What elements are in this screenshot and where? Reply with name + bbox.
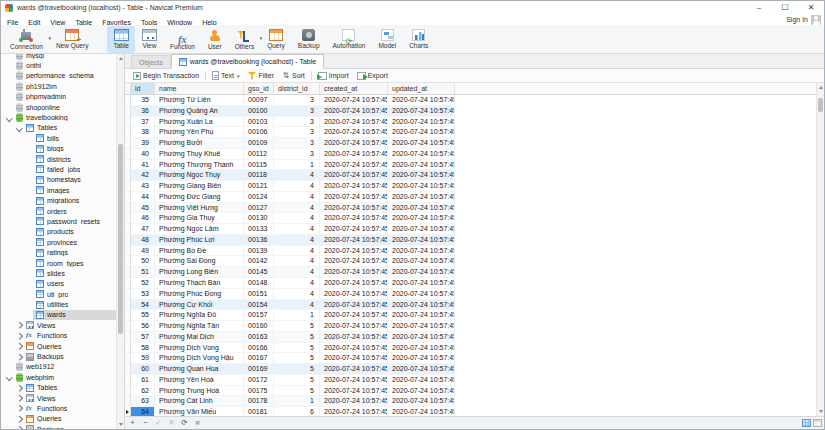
refresh-button[interactable]: ⟳ bbox=[181, 417, 188, 429]
cell-gso_id[interactable]: 00139 bbox=[244, 246, 274, 257]
cell-created_at[interactable]: 2020-07-24 10:57:45 bbox=[320, 235, 388, 246]
cell-updated_at[interactable]: 2020-07-24 10:57:45 bbox=[388, 170, 455, 181]
cell-created_at[interactable]: 2020-07-24 10:57:45 bbox=[320, 95, 388, 106]
cell-name[interactable]: Phường Đức Giang bbox=[155, 192, 244, 203]
cell-updated_at[interactable]: 2020-07-24 10:57:45 bbox=[388, 289, 455, 300]
import-button[interactable]: Import bbox=[314, 69, 353, 82]
begin-transaction-button[interactable]: Begin Transaction bbox=[129, 69, 203, 82]
chevron-right-icon[interactable] bbox=[15, 384, 23, 392]
sort-button[interactable]: Sort bbox=[278, 69, 309, 82]
column-header-gso_id[interactable]: gso_id bbox=[244, 83, 274, 95]
sidebar-scroll-thumb[interactable] bbox=[118, 144, 123, 334]
cell-gso_id[interactable]: 00112 bbox=[244, 149, 274, 160]
cell-name[interactable]: Phường Nghĩa Đô bbox=[155, 310, 244, 321]
cell-district_id[interactable]: 4 bbox=[274, 170, 320, 181]
cell-created_at[interactable]: 2020-07-24 10:57:45 bbox=[320, 213, 388, 224]
cell-created_at[interactable]: 2020-07-24 10:57:45 bbox=[320, 289, 388, 300]
cell-gso_id[interactable]: 00127 bbox=[244, 203, 274, 214]
tree-item-backups[interactable]: Backups bbox=[1, 424, 116, 429]
tree-item-bills[interactable]: bills bbox=[1, 133, 116, 143]
cell-gso_id[interactable]: 00103 bbox=[244, 117, 274, 128]
cell-updated_at[interactable]: 2020-07-24 10:57:45 bbox=[388, 149, 455, 160]
cell-id[interactable]: 58 bbox=[131, 343, 155, 354]
tree-item-districts[interactable]: districts bbox=[1, 154, 116, 164]
cell-district_id[interactable]: 1 bbox=[274, 310, 320, 321]
table-row[interactable]: 59Phường Dịch Vọng Hậu0016752020-07-24 1… bbox=[125, 353, 816, 364]
cell-updated_at[interactable]: 2020-07-24 10:57:45 bbox=[388, 256, 455, 267]
toolbar-view-button[interactable]: View bbox=[136, 26, 163, 53]
cell-updated_at[interactable]: 2020-07-24 10:57:45 bbox=[388, 332, 455, 343]
cell-updated_at[interactable]: 2020-07-24 10:57:45 bbox=[388, 224, 455, 235]
user-avatar-icon[interactable] bbox=[811, 15, 821, 25]
chevron-right-icon[interactable] bbox=[15, 394, 23, 402]
table-row[interactable]: 63Phường Cát Linh0017812020-07-24 10:57:… bbox=[125, 396, 816, 407]
tree-item-password-resets[interactable]: password_resets bbox=[1, 216, 116, 226]
cell-created_at[interactable]: 2020-07-24 10:57:45 bbox=[320, 203, 388, 214]
cell-updated_at[interactable]: 2020-07-24 10:57:45 bbox=[388, 278, 455, 289]
cell-id[interactable]: 59 bbox=[131, 353, 155, 364]
cell-id[interactable]: 42 bbox=[131, 170, 155, 181]
table-row[interactable]: 40Phường Thụy Khuê0011232020-07-24 10:57… bbox=[125, 149, 816, 160]
cell-district_id[interactable]: 5 bbox=[274, 353, 320, 364]
cell-id[interactable]: 52 bbox=[131, 278, 155, 289]
table-row[interactable]: 37Phường Xuân La0010332020-07-24 10:57:4… bbox=[125, 117, 816, 128]
cell-id[interactable]: 39 bbox=[131, 138, 155, 149]
cell-name[interactable]: Phường Phúc Lợi bbox=[155, 235, 244, 246]
sidebar-scrollbar[interactable] bbox=[116, 54, 124, 429]
tree-item-queries[interactable]: Queries bbox=[1, 414, 116, 424]
cell-id[interactable]: 54 bbox=[131, 300, 155, 311]
cell-name[interactable]: Phường Dịch Vọng Hậu bbox=[155, 353, 244, 364]
chevron-right-icon[interactable] bbox=[15, 342, 23, 350]
cell-district_id[interactable]: 3 bbox=[274, 95, 320, 106]
cell-district_id[interactable]: 1 bbox=[274, 396, 320, 407]
cell-id[interactable]: 45 bbox=[131, 203, 155, 214]
cell-id[interactable]: 35 bbox=[131, 95, 155, 106]
cell-district_id[interactable]: 4 bbox=[274, 289, 320, 300]
tree-item-orders[interactable]: orders bbox=[1, 206, 116, 216]
tree-item-web1912[interactable]: web1912 bbox=[1, 362, 116, 372]
table-row[interactable]: 62Phường Trung Hoà0017552020-07-24 10:57… bbox=[125, 386, 816, 397]
toolbar-connection-button[interactable]: Connection▾ bbox=[4, 26, 49, 53]
cell-name[interactable]: Phường Trung Hoà bbox=[155, 386, 244, 397]
table-row[interactable]: 41Phường Thượng Thanh0011512020-07-24 10… bbox=[125, 160, 816, 171]
cell-name[interactable]: Phường Văn Miếu bbox=[155, 407, 244, 416]
cell-id[interactable]: 64 bbox=[131, 407, 155, 416]
table-row[interactable]: 60Phường Quan Hoa0016952020-07-24 10:57:… bbox=[125, 364, 816, 375]
cell-id[interactable]: 51 bbox=[131, 267, 155, 278]
toolbar-others-button[interactable]: Others▾ bbox=[229, 26, 261, 53]
toolbar-user-button[interactable]: User bbox=[202, 26, 228, 53]
cell-updated_at[interactable]: 2020-07-24 10:57:45 bbox=[388, 138, 455, 149]
cell-id[interactable]: 40 bbox=[131, 149, 155, 160]
cell-gso_id[interactable]: 00100 bbox=[244, 106, 274, 117]
table-row[interactable]: 45Phường Việt Hưng0012742020-07-24 10:57… bbox=[125, 203, 816, 214]
cell-name[interactable]: Phường Long Biên bbox=[155, 267, 244, 278]
tree-item-failed-jobs[interactable]: failed_jobs bbox=[1, 164, 116, 174]
cell-name[interactable]: Phường Yên Hoà bbox=[155, 375, 244, 386]
chevron-right-icon[interactable] bbox=[15, 353, 23, 361]
column-header-name[interactable]: name bbox=[155, 83, 244, 95]
cell-id[interactable]: 62 bbox=[131, 386, 155, 397]
cell-name[interactable]: Phường Yên Phụ bbox=[155, 127, 244, 138]
cell-gso_id[interactable]: 00166 bbox=[244, 343, 274, 354]
cell-district_id[interactable]: 4 bbox=[274, 267, 320, 278]
toolbar-backup-button[interactable]: Backup bbox=[292, 26, 326, 53]
cell-name[interactable]: Phường Sài Đồng bbox=[155, 256, 244, 267]
tree-item-functions[interactable]: Functions bbox=[1, 331, 116, 341]
cell-updated_at[interactable]: 2020-07-24 10:57:45 bbox=[388, 386, 455, 397]
cell-created_at[interactable]: 2020-07-24 10:57:45 bbox=[320, 106, 388, 117]
table-row[interactable]: 61Phường Yên Hoà0017252020-07-24 10:57:4… bbox=[125, 375, 816, 386]
tree-item-queries[interactable]: Queries bbox=[1, 341, 116, 351]
cell-id[interactable]: 36 bbox=[131, 106, 155, 117]
cell-district_id[interactable]: 3 bbox=[274, 127, 320, 138]
cell-name[interactable]: Phường Giang Biên bbox=[155, 181, 244, 192]
cell-name[interactable]: Phường Tứ Liên bbox=[155, 95, 244, 106]
cell-name[interactable]: Phường Thụy Khuê bbox=[155, 149, 244, 160]
cell-name[interactable]: Phường Bồ Đề bbox=[155, 246, 244, 257]
cell-updated_at[interactable]: 2020-07-24 10:57:45 bbox=[388, 300, 455, 311]
chevron-down-icon[interactable] bbox=[5, 373, 13, 381]
cell-district_id[interactable]: 4 bbox=[274, 246, 320, 257]
cell-updated_at[interactable]: 2020-07-24 10:57:45 bbox=[388, 246, 455, 257]
cell-created_at[interactable]: 2020-07-24 10:57:45 bbox=[320, 267, 388, 278]
chevron-right-icon[interactable] bbox=[15, 425, 23, 429]
cell-id[interactable]: 56 bbox=[131, 321, 155, 332]
